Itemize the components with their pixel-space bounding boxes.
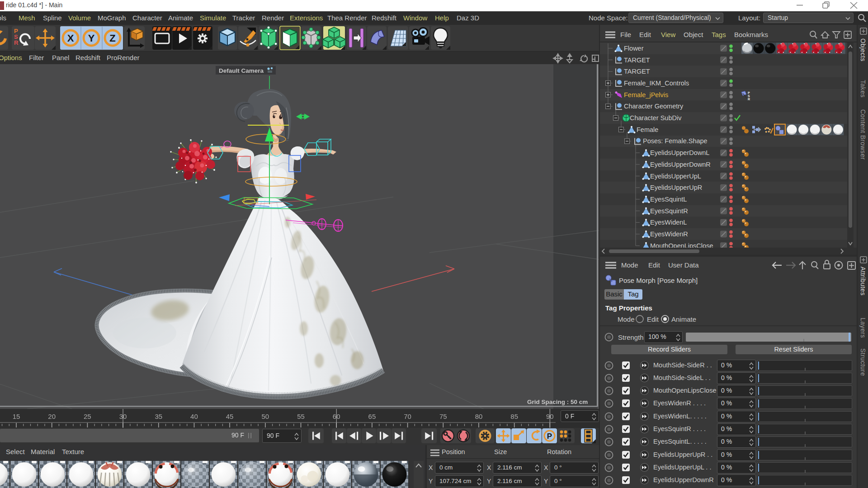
svg-text:Female_IKM_Controls: Female_IKM_Controls — [624, 80, 689, 87]
svg-text:EyelidsUpperUpR: EyelidsUpperUpR — [650, 184, 702, 191]
svg-text:Female_jPelvis: Female_jPelvis — [624, 91, 668, 99]
svg-text:R: R — [748, 98, 750, 101]
svg-text:EyesWidenR: EyesWidenR — [650, 230, 688, 238]
svg-text:Character Geometry: Character Geometry — [624, 103, 684, 110]
svg-text:EyesWidenL: EyesWidenL — [650, 219, 687, 226]
svg-text:Z: Z — [109, 33, 115, 44]
svg-text:85: 85 — [510, 413, 518, 420]
svg-text:TARGET: TARGET — [624, 68, 650, 75]
svg-text:X: X — [67, 33, 74, 44]
svg-text:80: 80 — [475, 413, 483, 420]
svg-text:EyesSquintR: EyesSquintR — [650, 207, 688, 215]
svg-text:25: 25 — [84, 413, 91, 420]
svg-text:EyelidsUpperUpL: EyelidsUpperUpL — [650, 173, 701, 180]
svg-text:EyelidsUpperDownR: EyelidsUpperDownR — [650, 161, 711, 168]
svg-text:55: 55 — [297, 413, 305, 420]
svg-text:Character SubDiv: Character SubDiv — [630, 114, 682, 122]
svg-text:MouthOpenLipsClose: MouthOpenLipsClose — [650, 242, 713, 248]
svg-text:S: S — [748, 94, 750, 98]
svg-text:20: 20 — [48, 413, 56, 420]
svg-text:15: 15 — [13, 413, 20, 420]
svg-text:70: 70 — [404, 413, 411, 420]
svg-text:P: P — [748, 91, 750, 94]
svg-text:50: 50 — [261, 413, 269, 420]
svg-text:75: 75 — [439, 413, 447, 420]
svg-text:45: 45 — [226, 413, 234, 420]
svg-text:65: 65 — [368, 413, 376, 420]
svg-text:Grid Spacing : 50 cm: Grid Spacing : 50 cm — [527, 399, 588, 405]
svg-text:Default Camera: Default Camera — [219, 67, 264, 74]
svg-text:Female: Female — [637, 126, 658, 133]
svg-text:40: 40 — [190, 413, 198, 420]
svg-text:EyesSquintL: EyesSquintL — [650, 196, 687, 203]
svg-text:Flower: Flower — [624, 45, 644, 52]
svg-text:Y: Y — [88, 33, 95, 44]
svg-text:P: P — [547, 432, 552, 441]
svg-text:Poses: Female.Shape: Poses: Female.Shape — [643, 137, 708, 145]
svg-text:TARGET: TARGET — [624, 56, 650, 64]
svg-text:35: 35 — [155, 413, 162, 420]
svg-text:R: R — [14, 39, 19, 46]
svg-text:EyelidsUpperDownL: EyelidsUpperDownL — [650, 149, 709, 156]
